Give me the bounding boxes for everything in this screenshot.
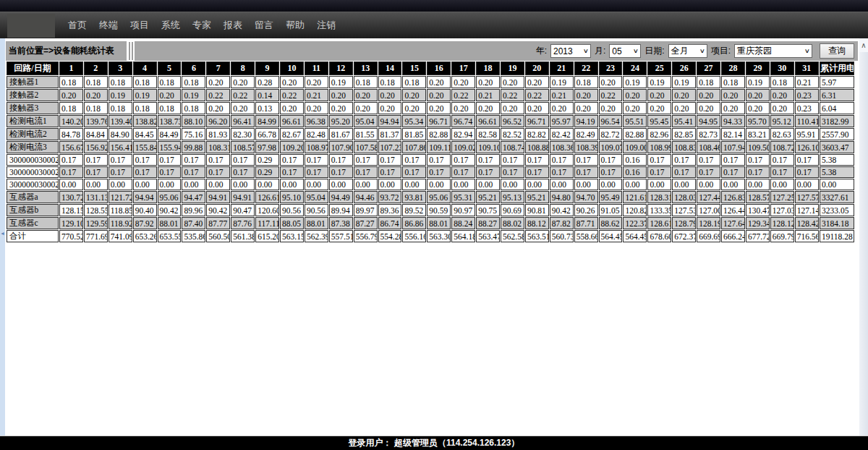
table-cell: 0.18	[84, 102, 108, 114]
table-cell: 0.17	[697, 154, 720, 166]
table-cell: 0.00	[501, 179, 524, 190]
table-cell: 88.05	[280, 217, 304, 229]
table-cell: 0.18	[109, 76, 132, 88]
table-cell: 0.00	[647, 179, 671, 190]
table-cell: 0.20	[354, 102, 378, 114]
table-cell: 0.17	[280, 154, 304, 166]
main-nav: 首页终端项目系统专家报表留言帮助注销	[0, 12, 868, 38]
table-cell: 0.17	[501, 154, 524, 166]
nav-item-expert[interactable]: 专家	[192, 19, 211, 32]
table-cell: 127.14	[795, 204, 819, 216]
scroll-up-arrow-icon[interactable]: ∧	[859, 38, 868, 52]
table-cell: 0.17	[476, 166, 500, 178]
table-cell: 128.03	[672, 191, 696, 203]
table-cell: 128.61	[647, 217, 671, 229]
table-cell: 81.37	[378, 128, 402, 140]
date-select[interactable]: 全月 ∨	[668, 44, 707, 58]
table-cell: 535.86	[182, 230, 205, 242]
chevron-down-icon: ∨	[633, 48, 639, 54]
left-panel-gutter: ◄	[0, 38, 5, 436]
table-cell: 82.52	[501, 128, 524, 140]
vertical-scrollbar[interactable]: ∧	[859, 38, 868, 436]
nav-item-logout[interactable]: 注销	[317, 19, 336, 32]
table-cell: 95.04	[354, 115, 378, 127]
nav-item-terminal[interactable]: 终端	[99, 19, 118, 32]
table-cell: 87.76	[231, 217, 255, 229]
year-select[interactable]: 2013 ∨	[550, 44, 591, 58]
table-row: 互感器c129.10129.59118.9287.9288.0187.4087.…	[7, 217, 854, 229]
table-cell: 0.18	[133, 102, 157, 114]
table-cell: 87.92	[133, 217, 157, 229]
day-column-header: 30	[770, 61, 794, 75]
table-cell: 0.20	[746, 89, 770, 101]
table-cell: 0.17	[795, 154, 819, 166]
nav-item-home[interactable]: 首页	[68, 19, 87, 32]
table-cell: 0.17	[476, 154, 500, 166]
nav-item-report[interactable]: 报表	[224, 19, 242, 32]
total-cell: 3327.61	[820, 191, 854, 203]
table-cell: 95.20	[329, 115, 353, 127]
table-cell: 88.27	[476, 217, 500, 229]
table-cell: 0.00	[770, 179, 794, 190]
table-cell: 0.00	[305, 179, 328, 190]
table-cell: 556.16	[402, 230, 426, 242]
table-cell: 0.17	[84, 166, 108, 178]
table-cell: 82.85	[672, 128, 696, 140]
total-cell: 6.31	[820, 89, 854, 101]
table-cell: 0.20	[206, 76, 230, 88]
nav-item-message[interactable]: 留言	[255, 19, 273, 32]
table-cell: 109.10	[476, 141, 500, 153]
table-cell: 90.42	[550, 204, 574, 216]
table-row: 300000030002a0.170.170.170.170.170.170.1…	[7, 154, 854, 166]
table-cell: 133.35	[647, 204, 671, 216]
table-cell: 0.17	[158, 166, 182, 178]
nav-item-help[interactable]: 帮助	[286, 19, 305, 32]
table-cell: 156.41	[109, 141, 132, 153]
panel-collapse-handle[interactable]: ◄	[0, 228, 5, 239]
table-cell: 0.13	[255, 102, 279, 114]
table-cell: 96.74	[451, 115, 475, 127]
nav-menu: 首页终端项目系统专家报表留言帮助注销	[68, 12, 336, 38]
table-cell: 0.20	[84, 89, 108, 101]
table-cell: 89.94	[329, 204, 353, 216]
table-row: 合计770.52771.69741.09653.26653.55535.8656…	[7, 230, 854, 242]
project-select[interactable]: 重庆茶园 ∨	[734, 44, 812, 58]
query-button[interactable]: 查询	[820, 43, 854, 59]
table-cell: 0.20	[721, 102, 745, 114]
table-cell: 82.48	[305, 128, 328, 140]
table-cell: 563.47	[476, 230, 500, 242]
table-cell: 562.58	[501, 230, 524, 242]
table-cell: 0.18	[158, 102, 182, 114]
table-cell: 0.00	[378, 179, 402, 190]
nav-item-system[interactable]: 系统	[161, 19, 180, 32]
table-cell: 94.46	[354, 191, 378, 203]
toolbar-splitter[interactable]	[127, 41, 135, 61]
table-cell: 0.17	[770, 166, 794, 178]
table-cell: 0.17	[770, 154, 794, 166]
total-cell: 3184.18	[820, 217, 854, 229]
nav-item-project[interactable]: 项目	[130, 19, 149, 32]
table-cell: 0.17	[206, 154, 230, 166]
table-cell: 156.92	[84, 141, 108, 153]
table-cell: 94.33	[721, 115, 745, 127]
table-cell: 95.49	[599, 191, 623, 203]
table-cell: 0.20	[672, 89, 696, 101]
table-cell: 0.00	[451, 179, 475, 190]
table-cell: 0.00	[206, 179, 230, 190]
table-cell: 0.18	[721, 76, 745, 88]
table-cell: 0.22	[501, 89, 524, 101]
table-cell: 0.17	[721, 166, 745, 178]
table-cell: 0.00	[402, 179, 426, 190]
table-cell: 0.20	[158, 89, 182, 101]
total-cell: 3233.05	[820, 204, 854, 216]
table-cell: 127.03	[770, 204, 794, 216]
table-cell: 118.85	[109, 204, 132, 216]
table-cell: 87.82	[550, 217, 574, 229]
table-cell: 0.20	[402, 102, 426, 114]
logo-placeholder	[7, 14, 55, 38]
month-select[interactable]: 05 ∨	[609, 44, 641, 58]
table-cell: 0.20	[501, 76, 524, 88]
table-cell: 0.00	[599, 179, 623, 190]
table-cell: 563.15	[280, 230, 304, 242]
table-cell: 0.17	[231, 166, 255, 178]
